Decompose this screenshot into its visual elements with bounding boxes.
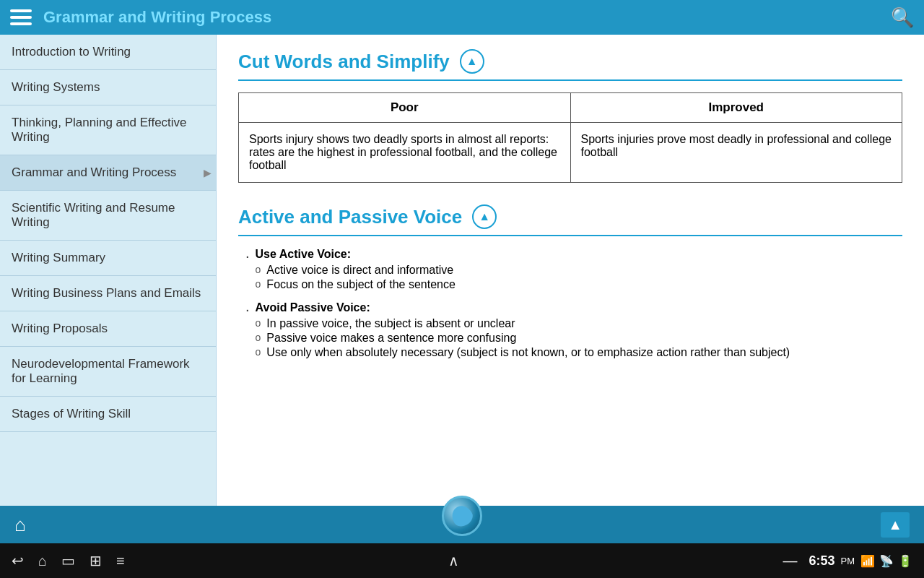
sub-list-item: o Focus on the subject of the sentence [256, 278, 902, 291]
home-sys-button[interactable]: ⌂ [38, 553, 47, 569]
sidebar-item-grammar-writing[interactable]: Grammar and Writing Process [0, 155, 216, 191]
app-logo[interactable] [442, 496, 482, 536]
system-bar: ↩ ⌂ ▭ ⊞ ≡ ∧ — 6:53 PM 📶 📡 🔋 [0, 543, 924, 578]
nav-up-button[interactable]: ∧ [448, 552, 459, 569]
section1-title: Cut Words and Simplify [238, 51, 450, 73]
table-header-poor: Poor [239, 93, 571, 123]
section2-divider [238, 235, 902, 236]
sys-right-panel: — 6:53 PM 📶 📡 🔋 [783, 553, 912, 569]
scroll-up-button[interactable]: ▲ [881, 512, 910, 538]
active-voice-sublist: o Active voice is direct and informative… [256, 264, 902, 291]
sub-text-2: Focus on the subject of the sentence [266, 278, 902, 291]
section2-title: Active and Passive Voice [238, 206, 462, 228]
section1-header: Cut Words and Simplify ▲ [238, 49, 902, 74]
table-row: Sports injury shows two deadly sports in… [239, 123, 902, 183]
list-item-active-voice: · Use Active Voice: o Active voice is di… [245, 248, 902, 293]
list-item-passive-voice: · Avoid Passive Voice: o In passive voic… [245, 301, 902, 361]
menu-sys-button[interactable]: ≡ [116, 553, 125, 569]
sub-text-3: In passive voice, the subject is absent … [266, 317, 902, 330]
home-button[interactable]: ⌂ [14, 514, 26, 536]
bullet-icon-2: · [245, 301, 250, 318]
bullet-icon-1: · [245, 248, 250, 264]
header-title: Grammar and Writing Process [43, 8, 891, 27]
recents-button[interactable]: ▭ [61, 552, 75, 569]
active-voice-content: Use Active Voice: o Active voice is dire… [256, 248, 902, 293]
sidebar-item-neurodevelopmental[interactable]: Neurodevelopmental Framework for Learnin… [0, 347, 216, 397]
logo-inner [448, 502, 476, 530]
table-cell-poor: Sports injury shows two deadly sports in… [239, 123, 571, 183]
sidebar-item-writing-proposals[interactable]: Writing Proposals [0, 311, 216, 347]
main-area: Introduction to Writing Writing Systems … [0, 35, 924, 506]
battery-icon: 🔋 [898, 554, 912, 568]
section1-divider [238, 79, 902, 81]
sidebar-item-stages-writing[interactable]: Stages of Writing Skill [0, 397, 216, 432]
sys-icons: 📶 📡 🔋 [860, 554, 912, 568]
sub-text-5: Use only when absolutely necessary (subj… [266, 346, 902, 359]
sub-list-item: o Use only when absolutely necessary (su… [256, 346, 902, 359]
sub-list-item: o Passive voice makes a sentence more co… [256, 332, 902, 345]
table-header-improved: Improved [570, 93, 902, 123]
sub-bullet-icon: o [256, 317, 261, 329]
section1-up-arrow[interactable]: ▲ [460, 49, 484, 74]
sys-dash: — [783, 553, 797, 569]
voice-section: · Use Active Voice: o Active voice is di… [238, 248, 902, 361]
sub-list-item: o In passive voice, the subject is absen… [256, 317, 902, 330]
sidebar-item-writing-business[interactable]: Writing Business Plans and Emails [0, 276, 216, 311]
sub-list-item: o Active voice is direct and informative [256, 264, 902, 277]
back-button[interactable]: ↩ [12, 552, 24, 569]
sidebar-item-writing-summary[interactable]: Writing Summary [0, 241, 216, 276]
grid-button[interactable]: ⊞ [90, 552, 102, 569]
sub-text-4: Passive voice makes a sentence more conf… [266, 332, 902, 345]
sys-time: 6:53 [808, 553, 834, 569]
sidebar-item-thinking-planning[interactable]: Thinking, Planning and Effective Writing [0, 105, 216, 155]
menu-button[interactable] [10, 9, 32, 25]
sidebar-item-scientific-resume[interactable]: Scientific Writing and Resume Writing [0, 191, 216, 241]
section2-header: Active and Passive Voice ▲ [238, 204, 902, 229]
section2-up-arrow[interactable]: ▲ [472, 204, 497, 229]
header: Grammar and Writing Process 🔍 [0, 0, 924, 35]
passive-voice-sublist: o In passive voice, the subject is absen… [256, 317, 902, 359]
search-icon[interactable]: 🔍 [891, 7, 914, 29]
signal-icon: 📡 [879, 554, 894, 568]
sidebar: Introduction to Writing Writing Systems … [0, 35, 217, 506]
sidebar-item-intro-writing[interactable]: Introduction to Writing [0, 35, 216, 70]
comparison-table: Poor Improved Sports injury shows two de… [238, 92, 902, 183]
sub-bullet-icon: o [256, 346, 261, 358]
sub-text-1: Active voice is direct and informative [266, 264, 902, 277]
passive-voice-content: Avoid Passive Voice: o In passive voice,… [256, 301, 902, 361]
sub-bullet-icon: o [256, 332, 261, 343]
sys-ampm: PM [841, 556, 855, 566]
sub-bullet-icon: o [256, 264, 261, 275]
wifi-icon: 📶 [860, 554, 875, 568]
logo-circle [442, 496, 482, 536]
table-cell-improved: Sports injuries prove most deadly in pro… [570, 123, 902, 183]
bottom-toolbar: ⌂ ▲ [0, 506, 924, 543]
content-area: Cut Words and Simplify ▲ Poor Improved S… [217, 35, 924, 506]
sidebar-item-writing-systems[interactable]: Writing Systems [0, 70, 216, 105]
active-voice-title: Use Active Voice: [256, 248, 352, 260]
voice-list: · Use Active Voice: o Active voice is di… [245, 248, 902, 361]
passive-voice-title: Avoid Passive Voice: [256, 301, 370, 314]
sub-bullet-icon: o [256, 278, 261, 290]
